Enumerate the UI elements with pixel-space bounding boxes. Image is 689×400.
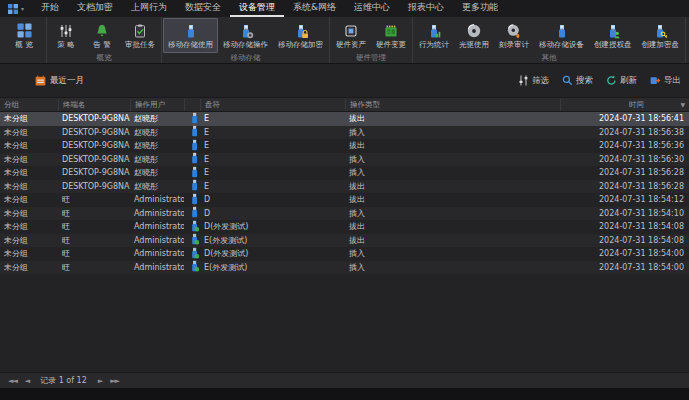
- column-header-4[interactable]: 盘符: [200, 99, 345, 111]
- table-actions: 筛选搜索刷新导出: [518, 75, 681, 88]
- cell-time: 2024-07-31 18:54:08: [560, 222, 689, 231]
- ribbon-button-3-1[interactable]: 硬件变更: [371, 18, 411, 53]
- ribbon-button-2-2[interactable]: 移动存储加密: [273, 18, 328, 53]
- column-header-1[interactable]: 终端名: [58, 99, 130, 111]
- action-button-label: 筛选: [532, 75, 549, 87]
- ribbon-group-0: 概 览: [2, 17, 47, 63]
- ribbon-group-label: 硬件管理: [331, 53, 411, 63]
- table-row[interactable]: 未分组DESKTOP-9G8NA80赵晓彤E拔出2024-07-31 18:56…: [0, 112, 689, 126]
- action-button-2[interactable]: 刷新: [606, 75, 637, 88]
- ribbon-group-buttons-2: 移动存储使用移动存储操作移动存储加密: [163, 18, 328, 53]
- menu-tab-2[interactable]: 上网行为: [122, 0, 176, 17]
- column-header-6[interactable]: 时间▼: [560, 99, 689, 111]
- cell-user: Administrator: [130, 222, 184, 231]
- cell-action-type: 插入: [345, 167, 560, 178]
- menu-tab-4[interactable]: 设备管理: [230, 0, 284, 17]
- ribbon-button-1-2[interactable]: 审批任务: [120, 18, 160, 53]
- usb-device-icon: [554, 21, 570, 40]
- cell-group: 未分组: [0, 221, 58, 232]
- ribbon-button-0-0[interactable]: 概 览: [3, 18, 45, 53]
- ribbon-button-4-5[interactable]: 创建加密盘: [637, 18, 685, 53]
- table-row[interactable]: 未分组DESKTOP-9G8NA80赵晓彤E插入2024-07-31 18:56…: [0, 126, 689, 140]
- ribbon-button-2-0[interactable]: 移动存储使用: [163, 18, 218, 53]
- cell-drive-icon: [184, 152, 200, 166]
- ribbon-button-label: 移动存储使用: [168, 40, 213, 50]
- table-row[interactable]: 未分组DESKTOP-9G8NA80赵晓彤E插入2024-07-31 18:56…: [0, 166, 689, 180]
- cell-action-type: 拔出: [345, 181, 560, 192]
- action-button-0[interactable]: 筛选: [518, 75, 549, 88]
- column-header-5[interactable]: 操作类型: [345, 99, 560, 111]
- ribbon-button-4-2[interactable]: 刻录审计: [494, 18, 534, 53]
- cell-terminal: 旺: [58, 194, 130, 205]
- pager-last-button[interactable]: ►►: [108, 377, 121, 385]
- table-row[interactable]: 未分组DESKTOP-9G8NA80赵晓彤E插入2024-07-31 18:56…: [0, 153, 689, 167]
- table-body: 未分组DESKTOP-9G8NA80赵晓彤E拔出2024-07-31 18:56…: [0, 112, 689, 274]
- ribbon-group-label: 概览: [48, 53, 160, 63]
- table-row[interactable]: 未分组旺AdministratorD(外发测试)拔出2024-07-31 18:…: [0, 220, 689, 234]
- menu-tab-3[interactable]: 数据安全: [176, 0, 230, 17]
- menu-tab-6[interactable]: 运维中心: [345, 0, 399, 17]
- ribbon-button-4-3[interactable]: 移动存储设备: [534, 18, 589, 53]
- app-menu-caret-icon: ▾: [21, 0, 24, 17]
- ribbon-button-1-1[interactable]: 告 警: [84, 18, 120, 53]
- ribbon-button-3-0[interactable]: 硬件资产: [331, 18, 371, 53]
- usb-icon: [183, 21, 199, 40]
- cell-drive: D: [200, 195, 345, 204]
- ribbon-group-buttons-3: 硬件资产硬件变更: [331, 18, 411, 53]
- app-menu-button[interactable]: ▾: [5, 0, 32, 17]
- cell-drive: E(外发测试): [200, 235, 345, 246]
- usb-key-icon: [652, 21, 668, 40]
- pager-prev-button[interactable]: ◄: [23, 377, 31, 385]
- cell-action-type: 拔出: [345, 235, 560, 246]
- menu-tab-1[interactable]: 文档加密: [68, 0, 122, 17]
- pager-first-button[interactable]: ◄◄: [6, 377, 19, 385]
- cell-drive-icon: [184, 166, 200, 180]
- pager-next-button[interactable]: ►: [96, 377, 104, 385]
- table-row[interactable]: 未分组旺AdministratorD插入2024-07-31 18:54:10: [0, 207, 689, 221]
- action-button-1[interactable]: 搜索: [562, 75, 593, 88]
- menu-tab-7[interactable]: 报表中心: [399, 0, 453, 17]
- cell-drive: E: [200, 182, 345, 191]
- menubar: ▾ 开始文档加密上网行为数据安全设备管理系统&网络运维中心报表中心更多功能: [0, 0, 689, 17]
- ribbon-button-2-1[interactable]: 移动存储操作: [218, 18, 273, 53]
- ribbon-button-1-0[interactable]: 策 略: [48, 18, 84, 53]
- ribbon-button-label: 创建加密盘: [642, 40, 680, 50]
- ribbon-button-4-0[interactable]: 行为统计: [414, 18, 454, 53]
- cell-drive-icon: [184, 179, 200, 193]
- cell-time: 2024-07-31 18:54:08: [560, 236, 689, 245]
- menu-tab-8[interactable]: 更多功能: [453, 0, 507, 17]
- table-row[interactable]: 未分组旺AdministratorE(外发测试)插入2024-07-31 18:…: [0, 261, 689, 275]
- cell-user: 赵晓彤: [130, 127, 184, 138]
- column-header-0[interactable]: 分组: [0, 99, 58, 111]
- column-header-2[interactable]: 操作用户: [130, 99, 184, 111]
- usb-lock-icon: [293, 21, 309, 40]
- ribbon-group-label: 其他: [414, 53, 684, 63]
- ribbon-button-4-4[interactable]: 创建授权盘: [589, 18, 637, 53]
- ribbon-group-3: 硬件资产硬件变更硬件管理: [330, 17, 413, 63]
- table-row[interactable]: 未分组旺AdministratorD拔出2024-07-31 18:54:12: [0, 193, 689, 207]
- column-header-3[interactable]: [184, 99, 200, 111]
- ribbon-button-4-1[interactable]: 光驱使用: [454, 18, 494, 53]
- usb-green-icon: [190, 247, 199, 261]
- cell-drive-icon: [184, 247, 200, 261]
- action-button-3[interactable]: 导出: [650, 75, 681, 88]
- date-range-filter[interactable]: 最近一月: [35, 75, 84, 88]
- cell-terminal: DESKTOP-9G8NA80: [58, 182, 130, 191]
- export-icon: [650, 75, 661, 88]
- table-row[interactable]: 未分组旺AdministratorE(外发测试)拔出2024-07-31 18:…: [0, 234, 689, 248]
- table-row[interactable]: 未分组DESKTOP-9G8NA80赵晓彤E拔出2024-07-31 18:56…: [0, 139, 689, 153]
- cell-user: Administrator: [130, 249, 184, 258]
- cell-terminal: DESKTOP-9G8NA80: [58, 141, 130, 150]
- usb-blue-icon: [190, 193, 199, 207]
- filter-bar: 最近一月 筛选搜索刷新导出: [0, 71, 689, 91]
- refresh-icon: [606, 75, 617, 88]
- menu-tab-0[interactable]: 开始: [32, 0, 68, 17]
- table-row[interactable]: 未分组DESKTOP-9G8NA80赵晓彤E拔出2024-07-31 18:56…: [0, 180, 689, 194]
- table-row[interactable]: 未分组旺AdministratorD(外发测试)插入2024-07-31 18:…: [0, 247, 689, 261]
- menu-tab-5[interactable]: 系统&网络: [284, 0, 345, 17]
- cell-drive-icon: [184, 139, 200, 153]
- cell-user: Administrator: [130, 209, 184, 218]
- ribbon-group-2: 移动存储使用移动存储操作移动存储加密移动存储: [162, 17, 330, 63]
- cell-drive: D(外发测试): [200, 248, 345, 259]
- usb-user-icon: [605, 21, 621, 40]
